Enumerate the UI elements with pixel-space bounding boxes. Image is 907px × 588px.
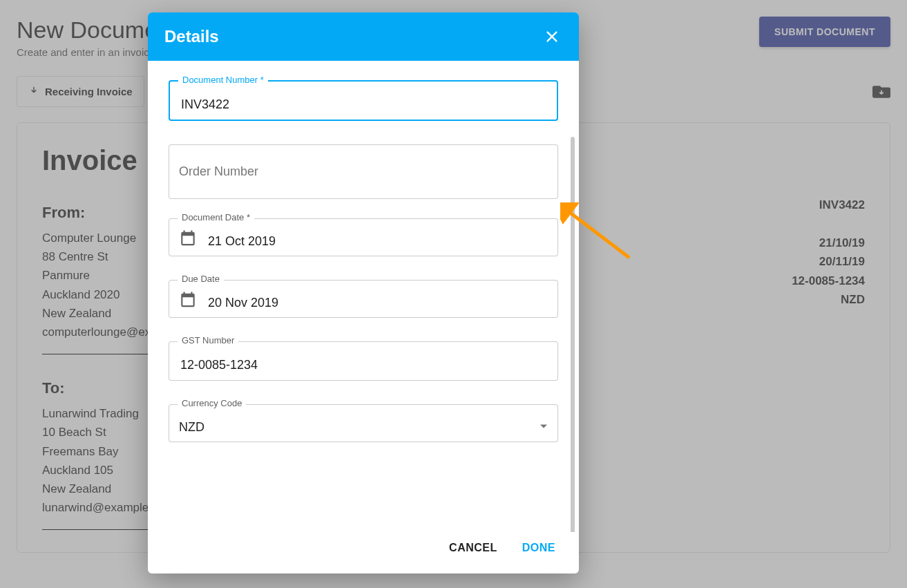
currency-code-value: NZD <box>179 420 548 435</box>
document-number-label: Document Number * <box>178 75 268 85</box>
due-date-value: 20 Nov 2019 <box>208 296 548 310</box>
details-modal: Details Document Number * Order Number D… <box>148 12 579 573</box>
order-number-placeholder: Order Number <box>179 164 258 178</box>
modal-title: Details <box>164 27 219 46</box>
calendar-icon <box>179 290 197 311</box>
currency-code-field[interactable]: Currency Code NZD <box>169 404 558 442</box>
done-button[interactable]: DONE <box>519 538 558 558</box>
modal-actions: CANCEL DONE <box>148 532 579 573</box>
document-date-field[interactable]: Document Date * 21 Oct 2019 <box>169 218 558 256</box>
document-number-input[interactable] <box>180 97 547 113</box>
modal-header: Details <box>148 12 579 61</box>
close-button[interactable] <box>542 26 562 47</box>
gst-number-field[interactable]: GST Number <box>169 341 558 381</box>
order-number-field[interactable]: Order Number <box>169 144 558 199</box>
chevron-down-icon <box>540 419 548 432</box>
scrollbar[interactable] <box>571 137 575 532</box>
gst-number-input[interactable] <box>179 357 548 373</box>
document-date-value: 21 Oct 2019 <box>208 234 548 249</box>
cancel-button[interactable]: CANCEL <box>446 538 500 558</box>
calendar-icon <box>179 229 197 249</box>
due-date-field[interactable]: Due Date 20 Nov 2019 <box>169 280 558 318</box>
document-number-field[interactable]: Document Number * <box>169 80 558 121</box>
close-icon <box>544 29 560 44</box>
document-date-label: Document Date * <box>178 212 254 222</box>
gst-number-label: GST Number <box>178 335 238 345</box>
currency-code-label: Currency Code <box>178 398 246 408</box>
due-date-label: Due Date <box>178 274 224 284</box>
